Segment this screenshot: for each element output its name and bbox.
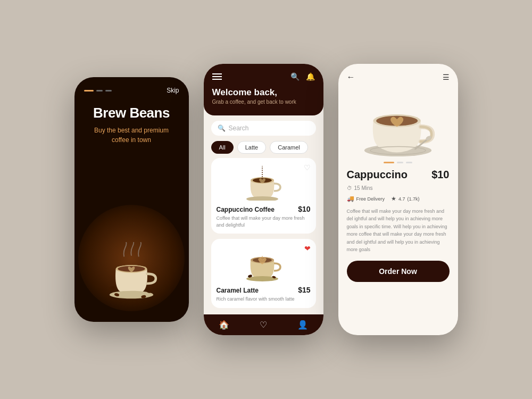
browse-header: 🔍 🔔 Welcome back, Grab a coffee, and get… (204, 64, 323, 115)
card-price-1: $10 (298, 205, 310, 213)
detail-indicators (338, 162, 458, 163)
phone-splash: Skip Brew Beans Buy the best and premium… (74, 77, 189, 322)
clock-icon: ⏱ (347, 185, 352, 191)
coffee-list: ♡ Cappuccino Coffee $10 Coffee that will… (204, 156, 323, 314)
search-placeholder: Search (229, 124, 249, 132)
filter-tabs: All Latte Caramel (204, 136, 323, 156)
detail-title: Cappuccino (347, 169, 408, 181)
indicator-3 (406, 162, 412, 163)
bottom-nav: 🏠 ♡ 👤 (204, 314, 323, 335)
order-now-button[interactable]: Order Now (347, 261, 450, 282)
phone-detail: ← ☰ (338, 64, 458, 335)
search-icon-small: 🔍 (218, 124, 226, 132)
heart-icon-2[interactable]: ❤ (304, 244, 311, 253)
notification-icon[interactable]: 🔔 (306, 72, 315, 81)
indicator-2 (397, 162, 403, 163)
heart-icon-1[interactable]: ♡ (304, 163, 311, 172)
detail-badges: 🚚 Free Delivery ★ 4.7 (1.7k) (347, 195, 450, 202)
detail-time: ⏱ 15 Mins (347, 185, 450, 191)
coffee-card-1[interactable]: ♡ Cappuccino Coffee $10 Coffee that will… (211, 158, 316, 234)
card-price-2: $15 (298, 286, 310, 294)
svg-point-11 (246, 196, 278, 201)
card-desc-2: Rich caramel flavor with smooth latte (217, 296, 311, 303)
progress-dots (84, 90, 112, 92)
search-bar[interactable]: 🔍 Search (211, 121, 316, 136)
menu-icon-detail[interactable]: ☰ (443, 73, 450, 81)
nav-profile[interactable]: 👤 (297, 320, 308, 330)
indicator-1 (384, 162, 394, 163)
menu-icon[interactable] (212, 73, 222, 80)
delivery-badge: 🚚 Free Delivery (347, 195, 385, 202)
back-button[interactable]: ← (347, 72, 355, 82)
dot-3 (105, 90, 112, 92)
detail-content: Cappuccino $10 ⏱ 15 Mins 🚚 Free Delivery… (338, 169, 458, 335)
phone-browse: 🔍 🔔 Welcome back, Grab a coffee, and get… (204, 64, 323, 335)
splash-subtitle: Buy the best and premium coffee in town (85, 126, 178, 145)
nav-home[interactable]: 🏠 (219, 320, 229, 330)
welcome-title: Welcome back, (212, 87, 315, 98)
dot-1 (84, 90, 94, 92)
star-icon: ★ (391, 195, 396, 202)
card-desc-1: Coffee that will make your day more fres… (217, 215, 311, 228)
detail-header: ← ☰ (338, 64, 458, 82)
card-image-1 (217, 163, 311, 201)
search-icon[interactable]: 🔍 (290, 72, 300, 81)
card-name-1: Cappuccino Coffee (217, 206, 275, 213)
detail-hero-image (338, 82, 458, 162)
filter-caramel[interactable]: Caramel (270, 141, 308, 154)
nav-favorites[interactable]: ♡ (260, 320, 267, 330)
svg-point-4 (109, 286, 115, 292)
dot-2 (96, 90, 103, 92)
nav-icons: 🔍 🔔 (290, 72, 315, 81)
card-name-2: Caramel Latte (217, 287, 259, 294)
browse-nav: 🔍 🔔 (212, 72, 315, 81)
detail-description: Coffee that will make your day more fres… (347, 207, 450, 253)
splash-image (74, 162, 189, 322)
welcome-subtitle: Grab a coffee, and get back to work (212, 99, 315, 105)
skip-button[interactable]: Skip (167, 87, 179, 94)
detail-price: $10 (431, 169, 449, 181)
coffee-card-2[interactable]: ❤ (211, 239, 316, 308)
splash-title: Brew Beans (85, 105, 178, 121)
card-image-2 (217, 244, 311, 281)
truck-icon: 🚚 (347, 195, 354, 202)
filter-latte[interactable]: Latte (237, 141, 266, 154)
rating-badge: ★ 4.7 (1.7k) (391, 195, 420, 202)
filter-all[interactable]: All (211, 141, 234, 154)
